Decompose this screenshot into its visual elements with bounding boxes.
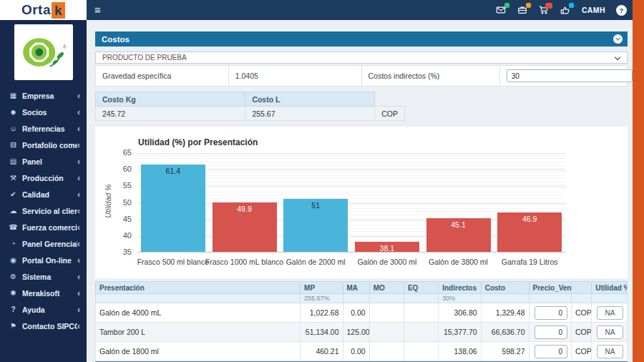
precio-venta-input[interactable] xyxy=(535,345,567,358)
sidebar-item-servicio-al-cliente[interactable]: ☁Servicio al cliente‹ xyxy=(0,202,87,219)
sidebar-item-label: Ayuda xyxy=(22,305,77,314)
sidebar-item-label: Panel Gerencial xyxy=(22,240,77,248)
phone-icon: ☎ xyxy=(8,223,19,231)
comments-icon: ☁ xyxy=(8,207,19,215)
brand-logo[interactable]: Ortak xyxy=(0,0,87,20)
chart-bar: 61.4 xyxy=(141,165,205,252)
subheader-cell xyxy=(96,294,301,303)
chart-bar: 49.9 xyxy=(213,202,277,252)
chevron-left-icon: ‹ xyxy=(77,207,80,215)
industry-icon: ⚒ xyxy=(8,174,19,182)
sidebar-item-label: Panel xyxy=(22,157,77,166)
chart-x-tick-label: Garrafa 19 Litros xyxy=(487,258,572,266)
sidebar-item-merakisoft[interactable]: ✱Merakisoft‹ xyxy=(0,285,87,301)
chevron-left-icon: ‹ xyxy=(77,158,80,165)
page-title-bar: Costos xyxy=(95,31,628,47)
sidebar-item-label: Calidad xyxy=(22,190,77,199)
sidebar-item-label: Producción xyxy=(22,174,77,182)
costing-table: PresentaciónMPMAMOEQIndirectosCostoPreci… xyxy=(95,281,628,361)
chart-bar-value-label: 45.1 xyxy=(426,220,491,229)
costos-indirectos-input[interactable] xyxy=(507,69,633,82)
chevron-left-icon: ‹ xyxy=(77,142,80,149)
cell-eq xyxy=(404,342,438,361)
gear-icon: ✱ xyxy=(8,289,19,297)
sidebar-item-label: Referencias xyxy=(22,124,77,133)
chart-y-tick: 50 xyxy=(104,198,132,207)
chart-bar: 46.9 xyxy=(497,212,562,252)
cell-mp: 460.21 xyxy=(301,342,343,361)
thumbs-up-badge xyxy=(569,3,574,8)
table-row: Tambor 200 L51,134.00125.0015,377.7066,6… xyxy=(96,323,628,342)
sidebar-item-sistema[interactable]: ⚙Sistema‹ xyxy=(0,268,87,285)
cart-icon[interactable] xyxy=(539,5,550,16)
subheader-cell xyxy=(404,294,438,303)
briefcase-icon[interactable] xyxy=(517,5,528,16)
column-header-utilidad-: Utilidad % xyxy=(592,282,628,294)
cell-ma: 0.00 xyxy=(343,342,369,361)
sidebar-item-label: Portal On-line xyxy=(22,256,77,265)
sidebar-item-portafolio-comercial[interactable]: ⊟Portafolio comercial‹ xyxy=(0,137,87,153)
thumbs-up-icon[interactable] xyxy=(560,5,571,16)
mail-icon[interactable] xyxy=(496,5,507,16)
pie-chart-icon: ◔ xyxy=(8,240,19,248)
briefcase-badge xyxy=(526,3,531,8)
precio-venta-input[interactable] xyxy=(535,306,567,320)
chevron-left-icon: ‹ xyxy=(77,224,80,231)
subheader-cell xyxy=(571,294,591,303)
sidebar-item-label: Socios xyxy=(22,108,77,117)
building-icon: ▦ xyxy=(8,92,19,99)
chart-y-tick: 60 xyxy=(104,165,132,173)
chevron-left-icon: ‹ xyxy=(77,125,80,132)
chevron-left-icon: ‹ xyxy=(77,240,80,248)
chevron-left-icon: ‹ xyxy=(77,92,80,99)
chart-bar-value-label: 46.9 xyxy=(497,215,562,223)
utilidad-input[interactable] xyxy=(597,345,623,358)
parameters-table: Gravedad específica 1.0405 Costos indire… xyxy=(95,65,628,87)
brand-accent-block: k xyxy=(52,2,65,19)
user-menu[interactable]: CAMH xyxy=(582,6,605,14)
right-edge-stripe xyxy=(633,0,644,362)
sidebar-item-empresa[interactable]: ▦Empresa‹ xyxy=(0,87,87,104)
cell-mp: 1,022.68 xyxy=(301,303,343,323)
help-icon[interactable]: ? xyxy=(616,5,627,16)
cell-precio-venta xyxy=(529,342,571,361)
chart-bar: 51 xyxy=(283,199,348,252)
sidebar-item-producci-n[interactable]: ⚒Producción‹ xyxy=(0,170,87,186)
product-select[interactable]: PRODUCTO DE PRUEBA xyxy=(95,52,628,64)
sidebar-item-panel[interactable]: ▤Panel‹ xyxy=(0,153,87,170)
cogs-icon: ⚙ xyxy=(8,273,19,280)
cell-presentacion: Galón de 1800 ml xyxy=(96,342,301,361)
sidebar-item-portal-on-line[interactable]: ◉Portal On-line‹ xyxy=(0,252,87,268)
chart-gridline xyxy=(137,153,565,154)
column-header-precio-venta: Precio_Venta xyxy=(529,282,571,294)
sidebar-menu: ▦Empresa‹☻Socios‹☺Referencias‹⊟Portafoli… xyxy=(0,87,87,334)
precio-venta-input[interactable] xyxy=(535,326,567,339)
chart-y-tick: 55 xyxy=(104,181,132,190)
cell-currency: COP xyxy=(571,342,591,361)
globe-icon: ◉ xyxy=(8,256,19,264)
sidebar-toggle-icon[interactable]: ≡ xyxy=(94,0,101,20)
cell-indirectos: 15,377.70 xyxy=(439,323,481,342)
sidebar-item-label: Fuerza comercial xyxy=(22,223,77,232)
currency-label: COP xyxy=(375,107,405,121)
chart-y-tick: 40 xyxy=(104,231,132,240)
sidebar-item-referencias[interactable]: ☺Referencias‹ xyxy=(0,120,87,137)
chart-bar-value-label: 61.4 xyxy=(141,167,205,175)
sidebar-item-panel-gerencial[interactable]: ◔Panel Gerencial‹ xyxy=(0,235,87,252)
table-row: Galón de 4000 mL1,022.680.00306.801,329.… xyxy=(96,303,628,323)
sidebar-item-fuerza-comercial[interactable]: ☎Fuerza comercial‹ xyxy=(0,219,87,235)
sidebar: ® ▦Empresa‹☻Socios‹☺Referencias‹⊟Portafo… xyxy=(0,20,87,362)
utilidad-input[interactable] xyxy=(597,306,623,320)
sidebar-item-contacto-sipco-soft[interactable]: ⚑Contacto SIPCO soft‹ xyxy=(0,318,87,334)
app-window: Ortak ≡ CAMH ? xyxy=(0,0,644,362)
collapse-panel-icon[interactable] xyxy=(613,34,623,44)
sidebar-item-ayuda[interactable]: ?Ayuda‹ xyxy=(0,301,87,318)
chevron-left-icon: ‹ xyxy=(77,290,80,297)
column-header-indirectos: Indirectos xyxy=(439,282,481,294)
sidebar-item-socios[interactable]: ☻Socios‹ xyxy=(0,104,87,120)
sidebar-item-calidad[interactable]: ✔Calidad‹ xyxy=(0,186,87,202)
sidebar-item-label: Portafolio comercial xyxy=(22,141,77,150)
cell-eq xyxy=(404,323,438,342)
cell-mo xyxy=(369,342,404,361)
utilidad-input[interactable] xyxy=(597,326,623,339)
